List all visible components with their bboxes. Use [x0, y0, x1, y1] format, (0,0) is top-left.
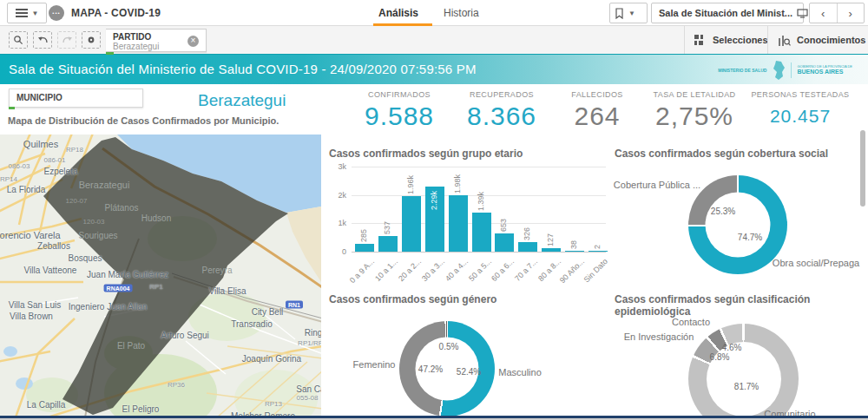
selection-chip-field: PARTIDO [113, 32, 151, 42]
bar-value-label: 127 [546, 233, 555, 246]
bar-60 a 6...[interactable] [495, 233, 514, 252]
bar-value-label: 1.96k [406, 175, 415, 194]
y-axis-tick: 3k [326, 162, 346, 171]
bar-70 a 7...[interactable] [518, 242, 537, 252]
selected-municipality-title: Berazategui [198, 91, 286, 110]
donut-percentage-label: 47.2% [418, 364, 443, 374]
map-label: Ringuelet [305, 328, 321, 338]
step-forward-button[interactable] [57, 31, 76, 49]
bookmarks-group: ▼ [609, 3, 648, 23]
map-label: RP1 [149, 283, 163, 291]
kpi-value: 20.457 [735, 106, 865, 127]
selections-tool-button[interactable]: Selecciones [694, 26, 768, 54]
vertical-scrollbar[interactable] [860, 130, 865, 207]
bar-value-label: 537 [383, 221, 391, 234]
donut-slice-label: Contacto [672, 317, 710, 327]
sheet-selector-label: Sala de Situación del Minist... [659, 8, 792, 18]
route-badge: RN1 [286, 301, 303, 309]
bar-10 a 1...[interactable] [378, 236, 398, 252]
insights-button[interactable]: Conocimientos [778, 26, 865, 54]
chart-title: Casos confirmados según género [329, 293, 496, 305]
chart-title: Casos confirmados según cobertura social [615, 148, 828, 160]
municipio-filter-listbox[interactable]: MUNICIPIO [9, 89, 143, 108]
sheet-selector[interactable]: Sala de Situación del Minist... ▼ [651, 3, 804, 23]
step-back-button[interactable] [33, 31, 52, 49]
app-icon: ••• [49, 5, 64, 21]
age-group-bar-chart[interactable]: Casos confirmados según grupo etario 01k… [326, 139, 612, 286]
dashboard-title: Sala de Situación del Ministerio de Salu… [9, 62, 477, 76]
bar-value-label: 1.98k [453, 174, 462, 194]
map-label: La Florida [7, 185, 45, 194]
selection-chip-close-button[interactable]: × [187, 36, 199, 47]
municipality-map[interactable]: QuilmesRP18086-01086-03EzpeletaRP14La Fl… [0, 135, 321, 417]
bookmark-button[interactable]: ▼ [610, 3, 640, 23]
bar-80 a 8...[interactable] [542, 248, 561, 252]
donut-ring[interactable] [688, 324, 799, 420]
map-label: RP18 [66, 146, 83, 154]
donut-slice-label: Femenino [353, 359, 396, 370]
bar-value-label: 1.39k [477, 192, 485, 211]
kpi-personas-testeadas: PERSONAS TESTEADAS20.457 [735, 90, 865, 127]
bar-value-label: 2 [593, 245, 602, 249]
bar-20 a 2...[interactable] [402, 196, 421, 252]
map-label: 120-03 [83, 218, 105, 226]
clear-selections-button[interactable] [82, 31, 101, 49]
map-label: Quilmes [23, 139, 58, 149]
epidemiology-donut-chart[interactable]: Casos confirmados según clasificación ep… [608, 286, 864, 417]
bar-0 a 9 A...[interactable] [355, 244, 374, 252]
global-menu-button[interactable]: ▼ [7, 3, 47, 23]
bar-value-label: 2.29k [430, 191, 438, 210]
chart-title: Casos confirmados según clasificación ep… [615, 293, 864, 318]
route-badge: RNA004 [104, 285, 133, 292]
y-axis-tick: 2k [326, 191, 346, 200]
map-label: Hudson [141, 213, 171, 223]
chevron-down-icon: ▼ [628, 10, 635, 17]
map-label: 086-01 [44, 156, 66, 164]
bar-90 Año...[interactable] [565, 251, 584, 252]
map-label: RP1/RP14 [298, 339, 321, 347]
search-icon [13, 35, 23, 45]
bar-value-label: 38 [569, 240, 578, 249]
sheet-icon [797, 9, 808, 18]
divider [767, 26, 768, 54]
tab-historia[interactable]: Historia [444, 7, 479, 19]
donut-percentage-label: 81.7% [734, 382, 759, 391]
map-label: City Bell [252, 307, 284, 317]
map-label: 120-07 [66, 197, 88, 205]
ministerio-salud-logo: MINISTERIO DE SALUD [718, 68, 766, 73]
map-label: 086-03 [9, 162, 30, 170]
bar-50 a 5...[interactable] [472, 213, 491, 252]
y-axis-tick: 0 [326, 247, 346, 256]
y-axis-tick: 1k [326, 219, 346, 227]
chevron-down-icon: ▼ [32, 10, 39, 17]
map-label: Sourigues [78, 231, 117, 240]
redo-arrow-icon [62, 36, 73, 45]
map-label: Pereyra [201, 266, 232, 275]
bar-Sin Dato[interactable] [589, 251, 608, 252]
gobierno-ba-logo: GOBIERNO DE LA PROVINCIA DE BUENOS AIRES [797, 64, 852, 75]
donut-percentage-label: 74.7% [738, 233, 762, 242]
tab-analisis[interactable]: Análisis [378, 7, 418, 19]
prev-sheet-button[interactable]: ‹ [810, 3, 837, 23]
insights-chart-magnifier-icon [778, 35, 791, 46]
donut-slice-label: Masculino [498, 367, 542, 377]
bar-value-label: 326 [523, 227, 531, 240]
gridline [352, 167, 606, 167]
map-label: Ezpeleta [44, 167, 78, 176]
bar-value-label: 285 [359, 229, 368, 242]
government-logos: MINISTERIO DE SALUD GOBIERNO DE LA PROVI… [718, 58, 852, 82]
smart-search-button[interactable] [9, 31, 28, 49]
map-label: El Peligro [122, 404, 160, 414]
title-banner: Sala de Situación del Ministerio de Salu… [0, 54, 868, 84]
map-label: Berazategui [79, 180, 130, 190]
gridline [352, 252, 606, 253]
coverage-donut-chart[interactable]: Casos confirmados según cobertura social… [608, 139, 864, 286]
municipio-green-indicator [9, 107, 15, 109]
next-sheet-button[interactable]: › [838, 3, 865, 23]
gender-donut-chart[interactable]: Casos confirmados según género Femenino4… [326, 286, 608, 417]
map-label: El Pato [117, 341, 145, 351]
donut-percentage-label: 4.6% [722, 343, 742, 352]
clear-selections-icon [86, 35, 96, 45]
bar-40 a 4...[interactable] [449, 195, 468, 252]
selection-chip-partido[interactable]: PARTIDO Berazategui × [106, 29, 207, 52]
